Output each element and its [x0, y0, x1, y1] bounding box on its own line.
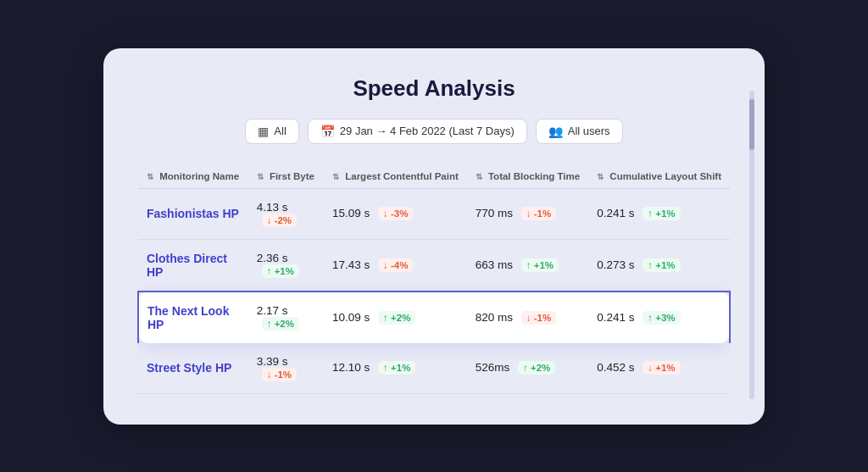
- badge: ↑ +2%: [518, 361, 555, 375]
- cell-cls: 0.241 s ↑ +3%: [588, 292, 730, 343]
- col-lcp[interactable]: ⇅ Largest Contentful Paint: [324, 164, 467, 189]
- calendar-icon: 📅: [320, 125, 335, 138]
- first-byte-value: 4.13 s: [257, 201, 288, 214]
- first-byte-value: 2.36 s: [257, 252, 288, 264]
- sort-icon-tbt: ⇅: [476, 172, 482, 181]
- cell-lcp: 15.09 s ↓ -3%: [324, 188, 467, 239]
- col-monitoring-name[interactable]: ⇅ Monitoring Name: [138, 164, 248, 189]
- first-byte-value: 3.39 s: [257, 355, 288, 368]
- lcp-value: 10.09 s: [332, 311, 370, 324]
- tbt-value: 770 ms: [476, 207, 513, 219]
- cell-tbt: 663 ms ↑ +1%: [467, 239, 588, 292]
- cell-first-byte: 2.17 s ↑ +2%: [248, 292, 324, 343]
- table-row[interactable]: Street Style HP 3.39 s ↓ -1% 12.10 s ↑ +…: [138, 343, 730, 394]
- table-header-row: ⇅ Monitoring Name ⇅ First Byte ⇅ Largest…: [138, 164, 730, 189]
- filter-date-button[interactable]: 📅 29 Jan → 4 Feb 2022 (Last 7 Days): [308, 119, 527, 144]
- badge: ↓ -1%: [521, 311, 556, 325]
- col-tbt[interactable]: ⇅ Total Blocking Time: [467, 164, 588, 189]
- badge: ↓ -4%: [378, 258, 413, 272]
- cell-first-byte: 2.36 s ↑ +1%: [248, 239, 324, 292]
- users-icon: 👥: [548, 125, 563, 138]
- filter-users-label: All users: [568, 125, 610, 137]
- sort-icon-name: ⇅: [147, 172, 153, 181]
- sort-icon-lcp: ⇅: [332, 172, 339, 181]
- cell-monitor-name: Fashionistas HP: [138, 188, 248, 239]
- cls-value: 0.241 s: [597, 207, 634, 219]
- tbt-value: 663 ms: [476, 258, 513, 271]
- cls-value: 0.241 s: [597, 311, 634, 324]
- badge: ↑ +3%: [643, 311, 680, 325]
- tbt-value: 820 ms: [476, 311, 513, 324]
- monitor-name-text: Fashionistas HP: [147, 207, 239, 220]
- cell-cls: 0.452 s ↓ +1%: [588, 343, 730, 394]
- cell-tbt: 820 ms ↓ -1%: [467, 292, 588, 343]
- filter-date-label: 29 Jan → 4 Feb 2022 (Last 7 Days): [340, 125, 515, 137]
- badge: ↓ -3%: [378, 207, 413, 220]
- badge: ↑ +1%: [643, 207, 680, 220]
- monitor-name-text: The Next Look HP: [147, 304, 229, 331]
- cell-tbt: 526ms ↑ +2%: [467, 343, 588, 394]
- badge: ↓ -1%: [521, 207, 556, 220]
- table-row[interactable]: Fashionistas HP 4.13 s ↓ -2% 15.09 s ↓ -…: [138, 188, 730, 239]
- cell-lcp: 12.10 s ↑ +1%: [324, 343, 467, 394]
- lcp-value: 12.10 s: [332, 361, 370, 374]
- badge: ↑ +1%: [521, 258, 559, 272]
- cell-monitor-name: Clothes Direct HP: [138, 239, 248, 292]
- col-cls[interactable]: ⇅ Cumulative Layout Shift: [588, 164, 730, 189]
- tbt-value: 526ms: [476, 361, 510, 374]
- sort-icon-first-byte: ⇅: [257, 172, 264, 181]
- badge: ↑ +1%: [643, 258, 680, 272]
- cell-cls: 0.241 s ↑ +1%: [588, 188, 730, 239]
- lcp-value: 15.09 s: [332, 207, 370, 219]
- monitor-icon: ▦: [258, 125, 269, 138]
- table-row[interactable]: The Next Look HP 2.17 s ↑ +2% 10.09 s ↑ …: [138, 292, 730, 343]
- filter-users-button[interactable]: 👥 All users: [536, 119, 623, 144]
- badge: ↓ -2%: [262, 214, 297, 227]
- cell-monitor-name: The Next Look HP: [138, 292, 248, 343]
- badge: ↓ -1%: [262, 368, 297, 381]
- cell-monitor-name: Street Style HP: [138, 343, 248, 394]
- badge: ↑ +2%: [378, 311, 415, 325]
- cell-lcp: 17.43 s ↓ -4%: [324, 239, 467, 292]
- col-first-byte[interactable]: ⇅ First Byte: [248, 164, 324, 189]
- speed-table: ⇅ Monitoring Name ⇅ First Byte ⇅ Largest…: [137, 164, 731, 394]
- sort-icon-cls: ⇅: [597, 172, 604, 181]
- cls-value: 0.273 s: [597, 258, 634, 271]
- monitor-name-text: Clothes Direct HP: [147, 252, 227, 279]
- cell-first-byte: 4.13 s ↓ -2%: [248, 188, 324, 239]
- cell-cls: 0.273 s ↑ +1%: [588, 239, 730, 292]
- filter-bar: ▦ All 📅 29 Jan → 4 Feb 2022 (Last 7 Days…: [137, 119, 731, 144]
- lcp-value: 17.43 s: [332, 258, 370, 271]
- monitor-name-text: Street Style HP: [147, 361, 231, 375]
- page-title: Speed Analysis: [137, 75, 731, 102]
- scrollbar-thumb: [749, 99, 754, 150]
- speed-analysis-card: Speed Analysis ▦ All 📅 29 Jan → 4 Feb 20…: [103, 48, 765, 425]
- first-byte-value: 2.17 s: [257, 304, 288, 317]
- data-table-wrap: ⇅ Monitoring Name ⇅ First Byte ⇅ Largest…: [137, 164, 731, 394]
- scrollbar[interactable]: [749, 91, 754, 399]
- cell-lcp: 10.09 s ↑ +2%: [324, 292, 467, 343]
- badge: ↓ +1%: [643, 361, 680, 375]
- badge: ↑ +1%: [262, 264, 299, 278]
- filter-all-label: All: [274, 125, 286, 137]
- table-row[interactable]: Clothes Direct HP 2.36 s ↑ +1% 17.43 s ↓…: [138, 239, 730, 292]
- cls-value: 0.452 s: [597, 361, 634, 374]
- cell-tbt: 770 ms ↓ -1%: [467, 188, 588, 239]
- badge: ↑ +2%: [262, 317, 299, 330]
- filter-all-button[interactable]: ▦ All: [245, 119, 298, 144]
- cell-first-byte: 3.39 s ↓ -1%: [248, 343, 324, 394]
- badge: ↑ +1%: [378, 361, 415, 375]
